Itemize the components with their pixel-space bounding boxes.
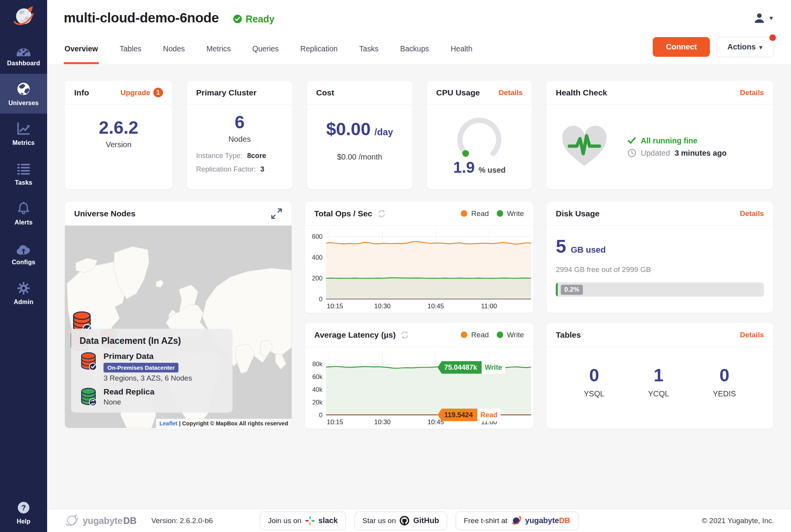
- tasks-list-icon: [17, 161, 31, 176]
- svg-text:10:15: 10:15: [326, 303, 343, 310]
- data-placement-title: Data Placement (In AZs): [80, 336, 224, 346]
- yedis-count: 0: [720, 365, 730, 386]
- tab-replication[interactable]: Replication: [300, 36, 338, 64]
- disk-used-unit: GB used: [571, 245, 606, 255]
- read-legend-dot: [461, 331, 467, 338]
- tables-body: 0 YSQL 1 YCQL 0 YEDIS: [547, 347, 773, 398]
- tab-queries[interactable]: Queries: [251, 36, 279, 64]
- yugabyte-mini-icon: [511, 515, 522, 526]
- tshirt-button[interactable]: Free t-shirt at yugabyteDB: [456, 512, 579, 530]
- svg-text:0: 0: [319, 411, 322, 418]
- tab-metrics[interactable]: Metrics: [205, 36, 231, 64]
- svg-text:400: 400: [312, 254, 323, 261]
- tab-health[interactable]: Health: [450, 36, 473, 64]
- tab-tasks[interactable]: Tasks: [358, 36, 379, 64]
- tab-overview[interactable]: Overview: [64, 36, 99, 64]
- cost-value: $0.00: [326, 119, 370, 139]
- dashboard-icon: [15, 42, 32, 56]
- expand-icon[interactable]: [271, 208, 282, 219]
- card-title: Primary Cluster: [196, 88, 256, 97]
- slack-button[interactable]: Join us on slack: [260, 512, 346, 530]
- footer-brand: yugabyteDB: [64, 513, 137, 528]
- clock-icon: [628, 149, 636, 157]
- footer-buttons: Join us on slack Star us on GitHub Free …: [260, 512, 579, 530]
- sidebar-item-alerts[interactable]: Alerts: [0, 193, 47, 233]
- sidebar-item-universes[interactable]: Universes: [0, 74, 47, 114]
- nodes-label: Nodes: [228, 135, 251, 144]
- nodes-count: 6: [234, 112, 244, 133]
- read-replica-text: Read Replica None: [104, 387, 154, 406]
- sidebar-item-help[interactable]: ? Help: [0, 495, 47, 530]
- primary-db-icon: [80, 352, 97, 371]
- svg-text:80k: 80k: [312, 360, 323, 367]
- user-menu[interactable]: ▼: [754, 12, 774, 24]
- version-value: 2.6.2: [99, 117, 138, 138]
- read-replica-detail: None: [104, 398, 154, 406]
- upgrade-link[interactable]: Upgrade 1: [121, 88, 163, 97]
- connect-button[interactable]: Connect: [653, 37, 710, 57]
- tab-nodes[interactable]: Nodes: [162, 36, 185, 64]
- svg-text:10:30: 10:30: [374, 418, 390, 426]
- alerts-bell-icon: [16, 201, 31, 216]
- card-header: Health Check Details: [547, 81, 773, 105]
- sidebar-item-configs[interactable]: Configs: [0, 233, 47, 273]
- tables-details-link[interactable]: Details: [740, 331, 764, 339]
- leaflet-link[interactable]: Leaflet: [160, 420, 178, 427]
- svg-text:20k: 20k: [312, 399, 323, 406]
- sidebar-item-tasks[interactable]: Tasks: [0, 153, 47, 193]
- cpu-usage-card: CPU Usage Details 1.9 % used: [427, 81, 532, 189]
- brand-suffix: DB: [123, 515, 137, 526]
- topbar: multi-cloud-demo-6node Ready ▼ OverviewT…: [47, 0, 791, 64]
- latency-chart-plot: 020k40k60k80k10:1510:3010:4511:0075.0448…: [305, 347, 533, 428]
- upgrade-count-badge: 1: [153, 88, 163, 97]
- upgrade-label: Upgrade: [121, 88, 150, 97]
- health-details-link[interactable]: Details: [740, 88, 764, 97]
- card-title: Health Check: [556, 88, 607, 97]
- svg-text:600: 600: [312, 233, 323, 240]
- card-title: Universe Nodes: [74, 209, 136, 218]
- yugabyte-logo[interactable]: [0, 0, 47, 34]
- card-header: Info Upgrade 1: [65, 81, 172, 105]
- tab-tables[interactable]: Tables: [119, 36, 142, 64]
- svg-text:200: 200: [312, 275, 323, 282]
- actions-label: Actions: [727, 42, 755, 51]
- updated-value: 3 minutes ago: [675, 149, 726, 158]
- ysql-count: 0: [589, 365, 599, 386]
- primary-data-text: Primary Data On-Premises Datacenter 3 Re…: [104, 352, 192, 382]
- cpu-details-link[interactable]: Details: [499, 88, 523, 97]
- svg-text:60k: 60k: [312, 373, 323, 380]
- svg-text:10:45: 10:45: [427, 303, 444, 310]
- refresh-icon[interactable]: [400, 330, 409, 340]
- tab-backups[interactable]: Backups: [399, 36, 430, 64]
- actions-button[interactable]: Actions ▼: [717, 37, 774, 57]
- notification-dot: [769, 34, 776, 41]
- world-map[interactable]: Data Placement (In AZs) Primary Data: [65, 226, 292, 428]
- sidebar-item-dashboard[interactable]: Dashboard: [0, 34, 47, 74]
- table-count-item: 0 YSQL: [584, 365, 604, 398]
- chart-legend: Read Write: [461, 209, 524, 218]
- write-legend-label: Write: [507, 331, 524, 339]
- table-count-item: 1 YCQL: [648, 365, 669, 398]
- cost-unit: /day: [375, 127, 393, 138]
- github-button[interactable]: Star us on GitHub: [354, 512, 447, 530]
- button-label: GitHub: [413, 516, 439, 525]
- sidebar-item-label: Configs: [12, 259, 36, 266]
- ops-chart-plot: 020040060010:1510:3010:4511:00: [305, 226, 533, 312]
- health-updated-row: Updated 3 minutes ago: [628, 149, 726, 158]
- disk-progress-bar: 0.2%: [556, 282, 764, 297]
- cpu-unit: % used: [479, 166, 506, 175]
- detail-row: Universe Nodes: [65, 202, 773, 429]
- sidebar-item-admin[interactable]: Admin: [0, 273, 47, 313]
- topbar-buttons: Connect Actions ▼: [653, 37, 774, 57]
- card-header: Average Latency (µs) Read Write: [305, 323, 533, 347]
- read-replica-label: Read Replica: [104, 387, 154, 396]
- sidebar-item-metrics[interactable]: Metrics: [0, 114, 47, 153]
- data-placement-panel: Data Placement (In AZs) Primary Data: [71, 329, 233, 413]
- card-header: Tables Details: [547, 323, 773, 347]
- disk-details-link[interactable]: Details: [740, 209, 764, 218]
- card-header: Universe Nodes: [65, 202, 292, 226]
- table-count-item: 0 YEDIS: [713, 365, 736, 398]
- svg-text:10:15: 10:15: [326, 418, 343, 426]
- refresh-icon[interactable]: [377, 209, 386, 218]
- cpu-value: 1.9: [453, 159, 475, 176]
